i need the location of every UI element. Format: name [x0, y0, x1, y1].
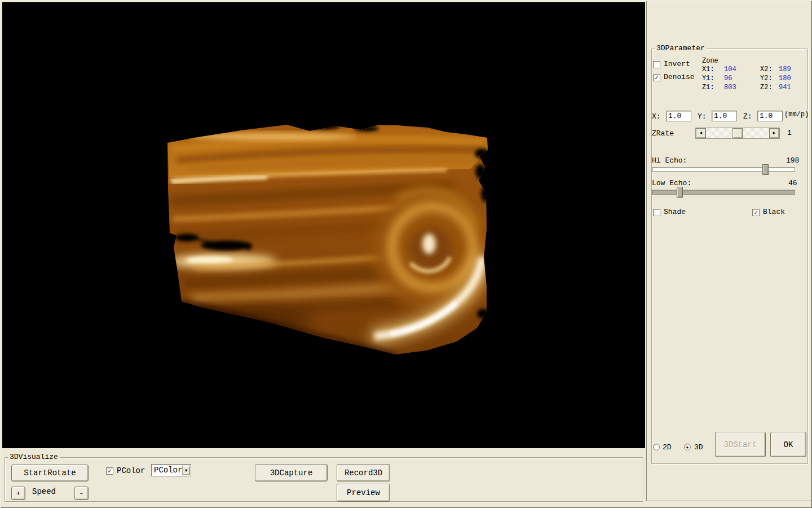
start-rotate-button[interactable]: StartRotate	[11, 465, 89, 481]
voxel-y-label: Y:	[698, 113, 707, 121]
speed-minus-button[interactable]: -	[74, 487, 89, 500]
voxel-z-input[interactable]	[757, 111, 783, 121]
ok-button[interactable]: OK	[770, 432, 806, 457]
mode-3d-label: 3D	[694, 444, 703, 452]
chevron-down-icon[interactable]: ▼	[182, 466, 190, 475]
voxel-x-label: X:	[652, 113, 661, 121]
pcolor-dropdown-value: PColor	[152, 466, 182, 475]
mode-2d-radio[interactable]	[653, 444, 660, 450]
low-echo-label: Low Echo:	[652, 179, 691, 187]
voxel-unit-label: (mm/p)	[784, 111, 809, 119]
shade-label: Shade	[664, 208, 686, 216]
mode-2d-label: 2D	[663, 444, 672, 452]
zrate-scrollbar-thumb[interactable]	[732, 128, 743, 138]
zrate-value: 1	[787, 129, 792, 137]
black-label: Black	[763, 208, 785, 216]
invert-label: Invert	[664, 60, 690, 68]
shade-checkbox[interactable]	[653, 209, 660, 216]
mode-3d-radio[interactable]: ●	[684, 444, 691, 450]
low-echo-slider-thumb[interactable]	[677, 187, 683, 198]
denoise-label: Denoise	[664, 73, 695, 81]
pcolor-dropdown[interactable]: PColor ▼	[151, 464, 191, 476]
zrate-right-arrow-icon[interactable]: ►	[769, 128, 779, 138]
3dparameter-group-title: 3DParameter	[655, 45, 707, 52]
render-viewport[interactable]	[2, 2, 645, 448]
low-echo-value: 46	[788, 179, 797, 187]
record3d-button[interactable]: Record3D	[337, 464, 390, 481]
zone-title: Zone	[702, 58, 718, 65]
zrate-scrollbar[interactable]: ◄ ►	[695, 128, 780, 139]
pcolor-label: PColor	[117, 467, 145, 475]
zone-y1-value: 96	[724, 75, 732, 82]
hi-echo-label: Hi Echo:	[652, 157, 687, 165]
voxel-x-input[interactable]	[666, 111, 691, 121]
zrate-label: ZRate	[652, 130, 674, 138]
volume-render	[2, 2, 645, 448]
zone-x2-label: X2:	[760, 66, 773, 73]
hi-echo-slider-track[interactable]	[652, 167, 795, 172]
application-window: 3DParameter Invert ✓ Denoise Zone X1: 10…	[0, 0, 812, 508]
black-checkmark: ✓	[754, 209, 758, 216]
zone-z1-label: Z1:	[702, 84, 714, 91]
3dstart-button[interactable]: 3DStart	[715, 432, 766, 457]
3dvisualize-group-title: 3DVisualize	[8, 453, 60, 461]
speed-plus-button[interactable]: +	[11, 487, 25, 500]
voxel-y-input[interactable]	[712, 111, 737, 121]
invert-checkbox[interactable]	[653, 61, 660, 68]
mode-3d-radio-dot: ●	[686, 445, 689, 450]
hi-echo-slider-thumb[interactable]	[762, 164, 769, 175]
zone-x1-value: 104	[724, 66, 736, 73]
pcolor-checkbox[interactable]: ✓	[106, 467, 113, 475]
zone-z1-value: 803	[724, 84, 736, 91]
zone-x2-value: 189	[779, 66, 791, 73]
denoise-checkmark: ✓	[655, 75, 659, 81]
denoise-checkbox[interactable]: ✓	[653, 74, 660, 81]
zone-y1-label: Y1:	[702, 75, 714, 82]
preview-button[interactable]: Preview	[337, 484, 390, 502]
3dcapture-button[interactable]: 3DCapture	[255, 464, 328, 481]
hi-echo-value: 198	[786, 157, 799, 165]
low-echo-slider-track[interactable]	[652, 190, 795, 195]
black-checkbox[interactable]: ✓	[752, 209, 760, 216]
pcolor-checkmark: ✓	[108, 468, 112, 475]
voxel-z-label: Z:	[743, 113, 752, 121]
zone-z2-value: 941	[779, 84, 791, 91]
zone-x1-label: X1:	[702, 66, 714, 73]
zone-y2-label: Y2:	[760, 75, 773, 82]
speed-label: Speed	[32, 488, 56, 496]
zrate-left-arrow-icon[interactable]: ◄	[696, 128, 706, 138]
zone-y2-value: 180	[779, 75, 791, 82]
zone-z2-label: Z2:	[760, 84, 773, 91]
